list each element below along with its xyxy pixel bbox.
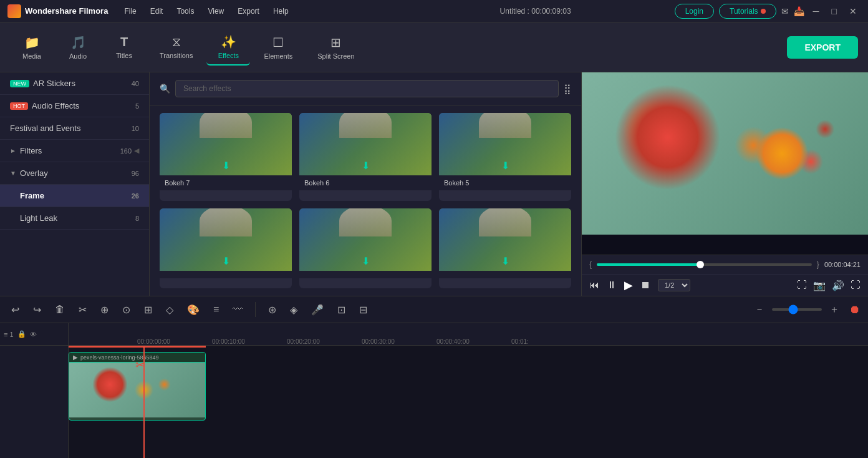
stop-button[interactable]: ⏹: [640, 280, 650, 291]
restore-button[interactable]: □: [828, 6, 841, 16]
close-button[interactable]: ✕: [846, 6, 861, 16]
effect-thumb-5: ⬇: [299, 208, 432, 271]
frame-count: 26: [132, 192, 139, 200]
delete-icon[interactable]: 🗑: [51, 301, 69, 318]
effect-card-bokeh6[interactable]: ⬇ Bokeh 6: [299, 113, 432, 201]
screenshot-icon[interactable]: 📷: [813, 280, 826, 291]
festival-events-count: 10: [132, 125, 139, 132]
toolbar-media[interactable]: 📁 Media: [10, 30, 54, 65]
fullscreen-icon[interactable]: ⛶: [797, 280, 807, 291]
audio-edit-icon[interactable]: ≡: [210, 301, 223, 318]
download-bokeh6-icon: ⬇: [362, 160, 370, 172]
time-40: 00:00:40:00: [436, 338, 511, 345]
effect-card-bokeh5[interactable]: ⬇ Bokeh 5: [439, 113, 571, 201]
toolbar-titles[interactable]: T Titles: [102, 30, 146, 64]
zoom-out-icon[interactable]: －: [751, 301, 768, 319]
record-button[interactable]: ⏺: [849, 303, 861, 316]
clip-name: pexels-vanessa-loring-5865849: [80, 354, 159, 361]
export-button[interactable]: EXPORT: [787, 36, 858, 59]
time-20: 00:00:20:00: [287, 338, 362, 345]
toolbar-audio[interactable]: 🎵 Audio: [56, 30, 100, 65]
timeline-content[interactable]: ▼ ✂ ▶ pexels-vanessa-loring-5865849: [69, 346, 868, 458]
timeline: ≡ 1 🔒 👁 00:00:00:00 00:00:10:00 00:00:20…: [0, 323, 868, 458]
menu-view[interactable]: View: [201, 4, 230, 18]
playhead-marker: ▼: [139, 346, 149, 352]
color-icon[interactable]: 🎨: [183, 301, 203, 318]
effect-thumb-bokeh5: ⬇: [439, 113, 571, 175]
audio-effects-count: 5: [135, 102, 139, 110]
sidebar-item-audio-effects[interactable]: HOT Audio Effects 5: [0, 95, 149, 117]
selection-bar: [69, 346, 206, 348]
zoom-controls: － ＋: [751, 301, 843, 319]
minimize-button[interactable]: ─: [809, 6, 823, 16]
ar-stickers-count: 40: [132, 80, 139, 87]
sidebar-item-light-leak[interactable]: Light Leak 8: [0, 207, 149, 230]
progress-bar[interactable]: [597, 263, 812, 266]
effects-grid: ⬇ Bokeh 7 ⬇ Bokeh 6 ⬇: [150, 105, 581, 296]
ai-icon[interactable]: ◈: [286, 301, 301, 318]
new-badge: NEW: [10, 80, 29, 87]
toolbar-effects[interactable]: ✨ Effects: [206, 29, 250, 66]
search-input[interactable]: [175, 80, 559, 97]
playback-bar: { } 00:00:04:21: [582, 255, 868, 274]
undo-icon[interactable]: ↩: [7, 301, 23, 318]
notifications-icon[interactable]: ✉: [781, 6, 789, 16]
effect-label-5: [299, 271, 432, 278]
grid-layout-icon[interactable]: ⣿: [564, 83, 571, 95]
effect-card-6[interactable]: ⬇: [439, 208, 571, 289]
effects-panel: 🔍 ⣿ ⬇ Bokeh 7 ⬇: [150, 72, 581, 296]
menu-tools[interactable]: Tools: [170, 4, 200, 18]
video-preview-frame: [582, 72, 868, 235]
mask-icon[interactable]: ◇: [162, 301, 177, 318]
menu-edit[interactable]: Edit: [144, 4, 170, 18]
volume-icon[interactable]: 🔊: [832, 280, 844, 291]
menu-file[interactable]: File: [118, 4, 142, 18]
speed-icon[interactable]: 〰: [229, 301, 246, 318]
effect-label-bokeh6: Bokeh 6: [299, 175, 432, 190]
quality-selector[interactable]: 1/2 1/4 Full: [658, 279, 690, 291]
filters-arrow-icon: ►: [10, 147, 16, 154]
effect-card-5[interactable]: ⬇: [299, 208, 432, 289]
layout-icon[interactable]: ⊞: [140, 301, 156, 318]
app-name: Wondershare Filmora: [25, 6, 108, 16]
sidebar-item-frame[interactable]: Frame 26: [0, 185, 149, 207]
play-button[interactable]: ▶: [624, 278, 633, 292]
sidebar-item-ar-stickers[interactable]: NEW AR Stickers 40: [0, 72, 149, 95]
sidebar-item-filters[interactable]: ► Filters 160 ◀: [0, 140, 149, 162]
mic-icon[interactable]: 🎤: [307, 301, 327, 318]
toolbar-split-screen[interactable]: ⊞ Split Screen: [306, 30, 365, 65]
expand-icon[interactable]: ⛶: [851, 280, 861, 291]
sidebar-item-festival-events[interactable]: Festival and Events 10: [0, 117, 149, 140]
effect-thumb-4: ⬇: [160, 208, 292, 271]
toolbar-transitions[interactable]: ⧖ Transitions: [148, 30, 204, 64]
zoom-in-icon[interactable]: ＋: [826, 301, 843, 319]
updates-icon[interactable]: 📥: [794, 6, 804, 16]
download-5-icon: ⬇: [362, 255, 370, 267]
sidebar-item-overlay[interactable]: ▼ Overlay 96: [0, 162, 149, 185]
zoom-slider[interactable]: [772, 308, 822, 311]
detach-icon[interactable]: ⊡: [334, 301, 349, 318]
replace-icon[interactable]: ⊟: [355, 301, 371, 318]
cut-icon[interactable]: ✂: [75, 301, 90, 318]
frame-back-button[interactable]: ⏸: [607, 280, 617, 291]
effect-card-4[interactable]: ⬇: [160, 208, 292, 289]
preview-area: { } 00:00:04:21 ⏮ ⏸ ▶ ⏹ 1/2 1/4 Full ⛶ 📷…: [581, 72, 868, 296]
step-back-button[interactable]: ⏮: [589, 280, 599, 291]
crop-icon[interactable]: ⊕: [97, 301, 112, 318]
menu-export[interactable]: Export: [231, 4, 266, 18]
motion-track-icon[interactable]: ⊛: [264, 301, 280, 318]
media-label: Media: [22, 52, 41, 60]
login-button[interactable]: Login: [675, 4, 714, 19]
redo-icon[interactable]: ↪: [29, 301, 45, 318]
visibility-icon[interactable]: 👁: [30, 331, 37, 338]
lock-icon[interactable]: 🔒: [17, 330, 26, 338]
tutorials-button[interactable]: Tutorials: [719, 4, 776, 19]
download-bokeh5-icon: ⬇: [501, 160, 509, 172]
menu-help[interactable]: Help: [267, 4, 295, 18]
search-icon: 🔍: [160, 84, 170, 94]
rotation-icon[interactable]: ⊙: [118, 301, 134, 318]
effect-card-bokeh7[interactable]: ⬇ Bokeh 7: [160, 113, 292, 201]
toolbar-elements[interactable]: ☐ Elements: [253, 30, 304, 65]
play-icon-small: ▶: [73, 354, 78, 361]
effects-label: Effects: [218, 52, 239, 59]
